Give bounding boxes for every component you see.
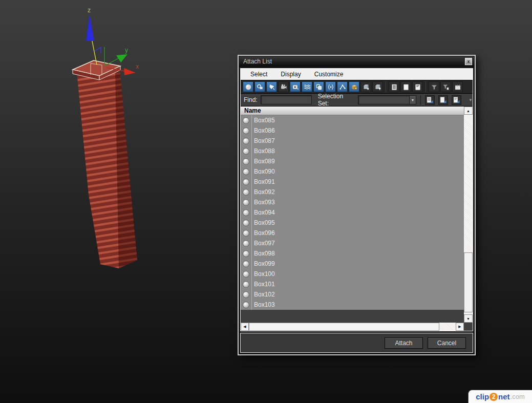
cancel-button[interactable]: Cancel	[428, 337, 466, 349]
box-tower[interactable]	[73, 60, 137, 268]
page-corner-arrow-icon	[453, 96, 460, 104]
bones-icon	[339, 83, 346, 91]
list-item[interactable]: Box094	[241, 207, 464, 218]
list-item[interactable]: Box088	[241, 146, 464, 156]
display-space-warps-button[interactable]	[302, 81, 312, 92]
waves-icon	[304, 83, 311, 91]
display-frozen-button[interactable]	[360, 81, 371, 92]
list-item[interactable]: Box103	[241, 300, 464, 310]
list-item[interactable]: Box092	[241, 187, 464, 197]
duplicate-selection-set-button[interactable]	[452, 95, 461, 105]
find-bar: Find: Selection Set: ▼ ▼	[241, 94, 473, 107]
vertical-scrollbar[interactable]: ▲ ▼	[464, 107, 473, 323]
list-item-label: Box094	[251, 207, 464, 218]
list-item-label: Box088	[251, 146, 464, 156]
list-item[interactable]: Box096	[241, 228, 464, 238]
geometry-sphere-icon	[245, 83, 252, 91]
filter-button[interactable]	[429, 81, 439, 92]
display-geometry-button[interactable]	[243, 81, 253, 92]
funnel-icon	[431, 83, 438, 91]
list-item[interactable]: Box099	[241, 259, 464, 269]
selection-set-buttons	[420, 95, 461, 105]
attach-list-dialog: Attach List x SelectDisplayCustomize	[238, 55, 476, 355]
list-item[interactable]: Box086	[241, 125, 464, 136]
list-item[interactable]: Box102	[241, 289, 464, 300]
filter-combinations-button[interactable]	[440, 81, 451, 92]
display-lights-button[interactable]	[266, 81, 277, 92]
zigzag-box-icon	[454, 83, 461, 91]
selection-set-combo[interactable]: ▼	[358, 95, 417, 104]
create-selection-set-button[interactable]	[438, 95, 448, 105]
name-column-header[interactable]: Name	[241, 107, 464, 115]
horizontal-scroll-track[interactable]	[249, 323, 456, 331]
more-options-icon[interactable]: ▼	[469, 98, 473, 102]
clip2net-watermark: clip 2 net .com	[468, 390, 532, 403]
dialog-titlebar[interactable]: Attach List x	[239, 56, 474, 67]
document-partial-icon	[414, 83, 421, 91]
toolbar-separator	[386, 81, 386, 92]
detail-view-button[interactable]	[412, 81, 423, 92]
geometry-sphere-icon	[243, 128, 249, 134]
list-view-button[interactable]	[389, 81, 399, 92]
dialog-footer: Attach Cancel	[240, 333, 473, 353]
scroll-left-icon[interactable]: ◀	[241, 323, 249, 331]
menu-item[interactable]: Select	[244, 71, 274, 78]
geometry-sphere-icon	[243, 281, 249, 288]
list-item-label: Box100	[251, 269, 464, 279]
close-button[interactable]: x	[465, 58, 472, 65]
container-box-icon	[351, 83, 358, 91]
axis-z-label: z	[88, 7, 91, 14]
list-item[interactable]: Box087	[241, 136, 464, 146]
display-cameras-button[interactable]	[278, 81, 289, 92]
blank-page-arrow-icon	[439, 96, 447, 104]
axis-x-label: x	[136, 63, 139, 70]
groups-icon	[315, 83, 323, 91]
horizontal-scroll-thumb[interactable]	[249, 323, 439, 331]
geometry-sphere-icon	[243, 302, 249, 308]
horizontal-scrollbar-row: ◀ ▶	[241, 323, 473, 331]
find-input[interactable]	[261, 95, 312, 104]
list-item[interactable]: Box085	[241, 115, 464, 125]
vertical-scroll-thumb[interactable]	[464, 252, 473, 312]
list-item[interactable]: Box098	[241, 248, 464, 259]
attach-button[interactable]: Attach	[385, 337, 423, 349]
axis-y-label: y	[125, 47, 128, 54]
blank-view-button[interactable]	[400, 81, 411, 92]
geometry-sphere-icon	[243, 209, 249, 216]
display-bones-button[interactable]	[337, 81, 348, 92]
menu-item[interactable]: Display	[274, 71, 307, 78]
list-item[interactable]: Box090	[241, 166, 464, 177]
list-item-label: Box102	[251, 289, 464, 300]
display-shapes-button[interactable]	[254, 81, 265, 92]
scroll-right-icon[interactable]: ▶	[456, 323, 464, 331]
display-helpers-button[interactable]	[290, 81, 301, 92]
list-item[interactable]: Box095	[241, 218, 464, 228]
geometry-sphere-icon	[243, 199, 249, 206]
vertical-scroll-track[interactable]	[464, 115, 473, 314]
frozen-cube-icon	[363, 83, 370, 91]
list-item[interactable]: Box101	[241, 279, 464, 289]
list-item-label: Box096	[251, 228, 464, 238]
watermark-text: clip	[476, 392, 489, 401]
list-item[interactable]: Box093	[241, 197, 464, 207]
display-xrefs-button[interactable]	[325, 81, 336, 92]
list-item[interactable]: Box097	[241, 238, 464, 248]
list-item[interactable]: Box089	[241, 156, 464, 166]
list-item[interactable]: Box091	[241, 177, 464, 187]
scroll-down-icon[interactable]: ▼	[464, 314, 473, 323]
advanced-filter-button[interactable]	[452, 81, 463, 92]
dialog-body: SelectDisplayCustomize	[240, 68, 473, 331]
display-hidden-button[interactable]	[372, 81, 383, 92]
camera-icon	[280, 83, 287, 91]
display-containers-button[interactable]	[349, 81, 359, 92]
scroll-up-icon[interactable]: ▲	[464, 107, 473, 115]
horizontal-scrollbar[interactable]: ◀ ▶	[241, 323, 464, 331]
list-item[interactable]: Box100	[241, 269, 464, 279]
save-selection-set-button[interactable]	[425, 95, 435, 105]
list-body: Box085 Box086 Box087	[241, 115, 464, 323]
menu-item[interactable]: Customize	[308, 71, 350, 78]
display-groups-button[interactable]	[313, 81, 324, 92]
find-label: Find:	[244, 96, 258, 103]
combo-dropdown-icon[interactable]: ▼	[409, 96, 416, 104]
list-item-label: Box085	[251, 115, 464, 125]
